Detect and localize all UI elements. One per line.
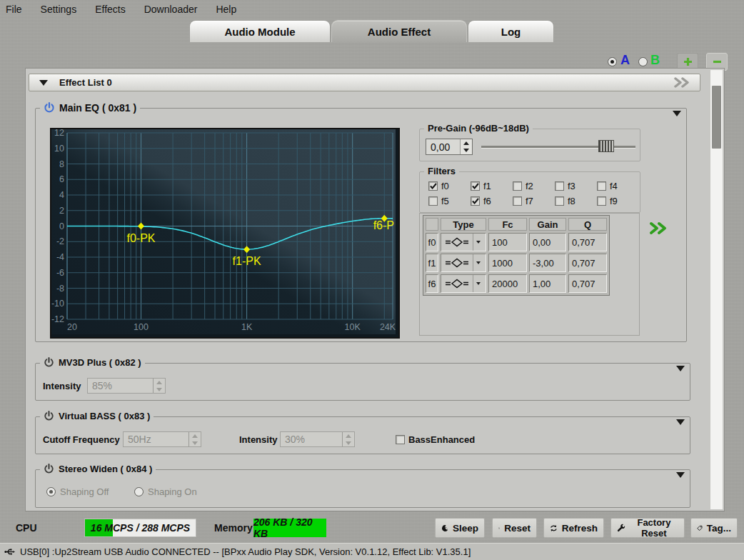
moon-icon [441, 523, 448, 534]
q-cell[interactable]: 0,707 [568, 233, 607, 251]
fc-cell[interactable]: 1000 [488, 254, 527, 272]
filter-type-dropdown[interactable] [441, 254, 486, 272]
peaking-filter-icon [444, 278, 470, 289]
filter-checkbox-f0[interactable]: f0 [428, 181, 449, 191]
config-a-radio[interactable] [608, 57, 617, 66]
bass-enhanced-checkbox[interactable]: BassEnhanced [396, 434, 475, 445]
dropdown-arrow-icon [476, 241, 481, 244]
filter-checkbox-f3[interactable]: f3 [555, 181, 575, 191]
tag-button[interactable]: Tag... [690, 518, 738, 538]
green-double-chevron-icon [648, 221, 670, 235]
virtual-bass-title: Virtual BASS ( 0x83 ) [59, 411, 150, 421]
power-icon[interactable] [44, 464, 54, 474]
col-q: Q [568, 218, 607, 231]
menu-downloader[interactable]: Downloader [144, 4, 198, 15]
pre-gain-value[interactable]: 0,00 [426, 139, 460, 154]
cutoff-frequency-label: Cutoff Frequency [43, 434, 120, 445]
stereo-widen-collapse-icon[interactable] [676, 472, 685, 478]
minus-icon [712, 56, 723, 67]
power-icon[interactable] [44, 411, 54, 421]
spin-up-button[interactable] [461, 139, 472, 147]
shaping-off-radio[interactable]: Shaping Off [46, 486, 109, 497]
tab-log[interactable]: Log [468, 20, 554, 42]
effect-list-header[interactable]: Effect List 0 [29, 74, 700, 91]
mv3d-collapse-icon[interactable] [676, 366, 685, 371]
filter-checkbox-f6[interactable]: f6 [471, 196, 491, 206]
svg-text:10: 10 [54, 144, 64, 154]
memory-label: Memory [214, 522, 253, 534]
bass-intensity-label: Intensity [239, 434, 277, 445]
effect-panel: Effect List 0 Main EQ ( 0x81 ) 121086420… [25, 68, 725, 511]
main-eq-collapse-icon[interactable] [673, 111, 681, 116]
shaping-on-radio[interactable]: Shaping On [134, 486, 197, 497]
col-gain: Gain [529, 218, 566, 231]
dropdown-arrow-icon [476, 261, 481, 264]
cpu-label: CPU [16, 522, 37, 534]
pre-gain-spinner[interactable]: 0,00 [426, 139, 473, 155]
filter-type-dropdown[interactable] [441, 233, 486, 251]
filter-checkbox-f7[interactable]: f7 [513, 196, 533, 206]
svg-text:-6: -6 [56, 268, 64, 278]
gain-cell[interactable]: -3,00 [529, 254, 566, 272]
svg-text:-4: -4 [56, 252, 64, 262]
app-window: File Settings Effects Downloader Help Au… [0, 0, 744, 560]
svg-text:2: 2 [59, 206, 64, 216]
reset-button[interactable]: Reset [492, 518, 537, 538]
memory-usage-text: 206 KB / 320 KB [253, 519, 326, 537]
virtual-bass-collapse-icon[interactable] [676, 419, 685, 425]
tab-audio-effect[interactable]: Audio Effect [331, 20, 467, 42]
gain-cell[interactable]: 1,00 [529, 274, 566, 293]
svg-text:8: 8 [59, 159, 64, 169]
menu-file[interactable]: File [6, 4, 22, 15]
intensity-label: Intensity [43, 381, 81, 391]
table-row: f0 100 0,00 0,707 [426, 233, 607, 251]
vertical-scrollbar[interactable] [710, 70, 723, 509]
cpu-usage-text: 16 MCPS / 288 MCPS [85, 519, 196, 536]
filter-checkbox-f5[interactable]: f5 [428, 196, 449, 206]
fc-cell[interactable]: 20000 [488, 274, 527, 293]
expand-filters-button[interactable] [648, 221, 670, 237]
refresh-button[interactable]: Refresh [543, 518, 604, 538]
dropdown-arrow-icon [476, 282, 481, 285]
svg-text:f1-PK: f1-PK [233, 255, 261, 267]
fc-cell[interactable]: 100 [488, 233, 527, 251]
filter-checkbox-f1[interactable]: f1 [471, 181, 491, 191]
stereo-widen-title: Stereo Widen ( 0x84 ) [59, 464, 152, 474]
tag-icon [697, 523, 703, 534]
bass-intensity-value: 30% [281, 432, 342, 446]
pre-gain-group: Pre-Gain (-96dB~18dB) 0,00 [419, 129, 640, 161]
table-row: f1 1000 -3,00 0,707 [426, 254, 607, 272]
menu-effects[interactable]: Effects [95, 4, 126, 15]
bass-intensity-spinner: 30% [280, 431, 355, 447]
filter-checkbox-f4[interactable]: f4 [597, 181, 618, 191]
spin-down-button[interactable] [461, 147, 472, 155]
pre-gain-slider-thumb[interactable] [598, 140, 614, 152]
power-icon[interactable] [44, 357, 54, 368]
svg-text:-12: -12 [51, 314, 64, 324]
factory-reset-button[interactable]: Factory Reset [610, 518, 685, 538]
wrench-icon [617, 523, 625, 534]
tab-audio-module[interactable]: Audio Module [189, 20, 331, 42]
q-cell[interactable]: 0,707 [568, 254, 607, 272]
menu-help[interactable]: Help [216, 4, 236, 15]
gain-cell[interactable]: 0,00 [529, 233, 566, 251]
svg-text:f0-PK: f0-PK [127, 232, 156, 244]
power-icon[interactable] [44, 102, 55, 114]
filter-checkbox-f8[interactable]: f8 [555, 196, 575, 206]
svg-text:f6-P: f6-P [373, 219, 394, 231]
filter-checkbox-f2[interactable]: f2 [513, 181, 533, 191]
filter-checkbox-f9[interactable]: f9 [597, 196, 618, 206]
filter-type-dropdown[interactable] [441, 274, 486, 293]
config-b-radio[interactable] [638, 57, 648, 66]
double-chevron-icon[interactable] [673, 77, 693, 88]
collapse-icon[interactable] [39, 80, 48, 86]
svg-text:0: 0 [59, 221, 64, 231]
menu-settings[interactable]: Settings [41, 4, 77, 15]
sleep-button[interactable]: Sleep [435, 518, 485, 538]
q-cell[interactable]: 0,707 [568, 274, 607, 293]
reset-icon [498, 523, 500, 534]
plus-icon [683, 56, 693, 67]
effect-list-title: Effect List 0 [59, 77, 112, 88]
eq-graph[interactable]: 121086420-2-4-6-8-10-12201001K10K24Kf0-P… [50, 128, 400, 339]
scrollbar-thumb[interactable] [712, 86, 721, 149]
